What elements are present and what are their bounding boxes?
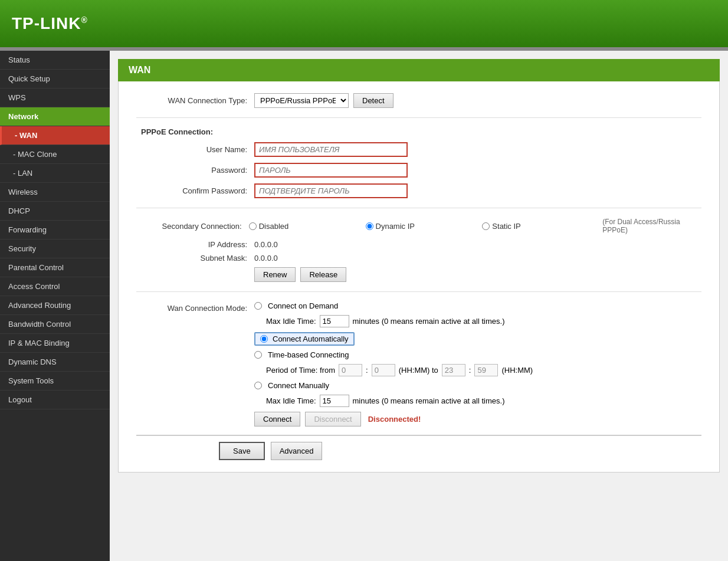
wan-connection-type-controls: PPPoE/Russia PPPoE Dynamic IP Static IP … <box>254 93 393 108</box>
bottom-buttons: Save Advanced <box>136 442 701 460</box>
secondary-disabled-option[interactable]: Disabled <box>249 222 361 231</box>
disconnect-button[interactable]: Disconnect <box>305 412 360 427</box>
secondary-static-radio[interactable] <box>482 222 490 230</box>
sidebar-item-quick-setup[interactable]: Quick Setup <box>0 70 110 88</box>
confirm-password-input[interactable] <box>254 183 408 198</box>
username-label: User Name: <box>136 145 254 154</box>
sidebar-item-system-tools[interactable]: System Tools <box>0 372 110 391</box>
sidebar-item-dynamic-dns[interactable]: Dynamic DNS <box>0 353 110 372</box>
sidebar-item-bandwidth-control[interactable]: Bandwidth Control <box>0 315 110 334</box>
sidebar-item-dhcp[interactable]: DHCP <box>0 202 110 221</box>
secondary-connection-row: Secondary Connection: Disabled Dynamic I… <box>136 218 701 234</box>
wan-connection-type-row: WAN Connection Type: PPPoE/Russia PPPoE … <box>136 93 701 108</box>
time-based-option: Time-based Connecting <box>254 350 533 359</box>
max-idle-input1[interactable] <box>320 315 349 327</box>
release-button[interactable]: Release <box>300 267 346 282</box>
sidebar-item-access-control[interactable]: Access Control <box>0 277 110 296</box>
time-based-radio[interactable] <box>254 351 262 359</box>
confirm-password-controls <box>254 183 408 198</box>
period-label: Period of Time: from <box>266 366 335 375</box>
bottom-divider <box>136 435 701 436</box>
connect-manually-option: Connect Manually <box>254 381 533 390</box>
secondary-static-label: Static IP <box>492 222 520 231</box>
max-idle-time-row: Max Idle Time: minutes (0 means remain a… <box>266 315 533 327</box>
sidebar-item-network[interactable]: Network <box>0 107 110 126</box>
sidebar-item-status[interactable]: Status <box>0 51 110 70</box>
subnet-mask-value: 0.0.0.0 <box>254 254 278 263</box>
sidebar-item-wps[interactable]: WPS <box>0 88 110 107</box>
wan-connection-type-select[interactable]: PPPoE/Russia PPPoE Dynamic IP Static IP … <box>254 93 349 108</box>
time-hhmm2: (HH:MM) <box>501 366 533 375</box>
sidebar-item-ip-mac-binding[interactable]: IP & MAC Binding <box>0 334 110 353</box>
detect-button[interactable]: Detect <box>353 93 393 108</box>
divider2 <box>136 208 701 208</box>
sidebar-item-wireless[interactable]: Wireless <box>0 183 110 202</box>
connect-manually-radio[interactable] <box>254 382 262 389</box>
secondary-note: (For Dual Access/Russia PPPoE) <box>602 218 701 234</box>
username-input[interactable] <box>254 142 408 157</box>
header: TP-LINK® <box>0 0 728 47</box>
password-row: Password: <box>136 163 701 178</box>
sidebar-item-forwarding[interactable]: Forwarding <box>0 221 110 240</box>
subnet-mask-label: Subnet Mask: <box>136 254 254 263</box>
connect-auto-radio[interactable] <box>260 335 268 343</box>
max-idle-note1: minutes (0 means remain active at all ti… <box>353 317 505 326</box>
password-input[interactable] <box>254 163 408 178</box>
time-colon1: : <box>366 366 368 375</box>
sidebar-item-mac-clone[interactable]: - MAC Clone <box>0 145 110 164</box>
username-row: User Name: <box>136 142 701 157</box>
ip-address-row: IP Address: 0.0.0.0 <box>136 240 701 249</box>
connect-auto-label: Connect Automatically <box>273 334 349 343</box>
connect-button[interactable]: Connect <box>254 412 300 427</box>
confirm-password-row: Confirm Password: <box>136 183 701 198</box>
time-to2-input[interactable] <box>474 364 498 376</box>
sidebar-item-wan[interactable]: - WAN <box>0 126 110 145</box>
max-idle-note2: minutes (0 means remain active at all ti… <box>353 396 505 405</box>
time-colon2: : <box>469 366 471 375</box>
confirm-password-label: Confirm Password: <box>136 186 254 195</box>
renew-button[interactable]: Renew <box>254 267 296 282</box>
connect-manually-label: Connect Manually <box>268 381 329 390</box>
logo: TP-LINK® <box>12 14 88 33</box>
sidebar: Status Quick Setup WPS Network - WAN - M… <box>0 51 110 561</box>
sidebar-item-lan[interactable]: - LAN <box>0 164 110 183</box>
ip-address-label: IP Address: <box>136 240 254 249</box>
sidebar-item-logout[interactable]: Logout <box>0 391 110 409</box>
subnet-mask-row: Subnet Mask: 0.0.0.0 <box>136 254 701 263</box>
page-title: WAN <box>118 59 720 81</box>
pppoe-section-label: PPPoE Connection: <box>141 127 701 136</box>
max-idle-label2: Max Idle Time: <box>266 396 316 405</box>
connect-automatically-highlight: Connect Automatically <box>254 332 355 346</box>
secondary-connection-label: Secondary Connection: <box>136 222 249 231</box>
time-from1-input[interactable] <box>339 364 362 376</box>
wan-connection-mode-label: Wan Connection Mode: <box>136 301 254 313</box>
save-button[interactable]: Save <box>219 442 265 460</box>
divider1 <box>136 117 701 118</box>
secondary-dynamic-radio[interactable] <box>366 222 373 230</box>
connect-on-demand-option: Connect on Demand <box>254 301 533 310</box>
time-based-label: Time-based Connecting <box>268 350 349 359</box>
connect-disconnect-row: Connect Disconnect Disconnected! <box>254 412 533 427</box>
secondary-static-option[interactable]: Static IP <box>482 222 594 231</box>
wan-form: WAN Connection Type: PPPoE/Russia PPPoE … <box>118 81 720 473</box>
sidebar-item-parental-control[interactable]: Parental Control <box>0 258 110 277</box>
password-label: Password: <box>136 166 254 175</box>
secondary-options: Disabled Dynamic IP Static IP (For Dual … <box>249 218 701 234</box>
period-of-time-row: Period of Time: from : (HH:MM) to : (HH:… <box>266 364 533 376</box>
secondary-dynamic-option[interactable]: Dynamic IP <box>366 222 478 231</box>
secondary-disabled-radio[interactable] <box>249 222 257 230</box>
content-area: WAN WAN Connection Type: PPPoE/Russia PP… <box>110 51 728 561</box>
connect-automatically-option: Connect Automatically <box>254 332 533 346</box>
time-to1-input[interactable] <box>442 364 465 376</box>
time-from2-input[interactable] <box>372 364 395 376</box>
sidebar-item-advanced-routing[interactable]: Advanced Routing <box>0 296 110 315</box>
main-layout: Status Quick Setup WPS Network - WAN - M… <box>0 51 728 561</box>
disconnected-status: Disconnected! <box>368 415 421 424</box>
sidebar-item-security[interactable]: Security <box>0 240 110 258</box>
max-idle-input2[interactable] <box>320 395 349 407</box>
time-hhmm1: (HH:MM) to <box>399 366 438 375</box>
connect-on-demand-radio[interactable] <box>254 302 262 310</box>
connection-mode-options: Connect on Demand Max Idle Time: minutes… <box>254 301 533 427</box>
username-controls <box>254 142 408 157</box>
advanced-button[interactable]: Advanced <box>271 442 323 460</box>
